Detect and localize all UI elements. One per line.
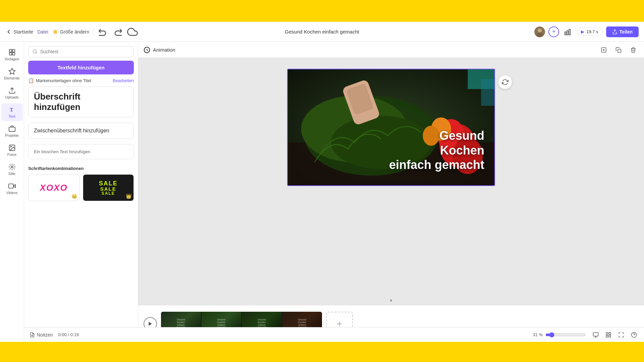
sidebar-item-stile[interactable]: Stile	[1, 161, 23, 178]
delete-button[interactable]	[628, 45, 639, 55]
bearbeiten-link[interactable]: Bearbeiten	[113, 78, 134, 83]
sidebar-item-vorlagen[interactable]: Vorlagen	[1, 46, 23, 64]
copy-icon	[615, 47, 622, 53]
svg-rect-7	[12, 50, 14, 52]
font-combo-xoxo[interactable]: XOXO 👑	[28, 174, 79, 201]
bottom-bar: Notizen 0:00 / 0:19 31 %	[24, 327, 644, 342]
brand-label: Markenunterlagen ohne Titel	[36, 78, 91, 83]
svg-rect-8	[9, 53, 11, 55]
text-body-item[interactable]: Ein bisschen Text hinzufügen	[28, 144, 134, 159]
brand-icon: 📋	[28, 78, 34, 83]
uploads-icon	[8, 87, 16, 94]
font-combos-container: XOXO 👑 SALE SALE SALE 👑	[28, 174, 134, 201]
redo-button[interactable]	[112, 26, 123, 37]
elemente-label: Elemente	[4, 76, 19, 80]
resize-label: Größe ändern	[60, 29, 89, 35]
uploads-label: Uploads	[5, 95, 18, 99]
analytics-button[interactable]	[562, 26, 573, 37]
text-icon: T	[8, 106, 16, 113]
sidebar-item-uploads[interactable]: Uploads	[1, 84, 23, 102]
sun-icon: ☀️	[52, 29, 58, 35]
projekte-icon	[8, 125, 16, 132]
help-icon	[631, 332, 637, 338]
sidebar-item-projekte[interactable]: Projekte	[1, 122, 23, 140]
animation-icon	[144, 47, 150, 53]
animation-bar-right	[598, 45, 639, 55]
separator-1	[93, 28, 94, 36]
back-icon	[5, 28, 12, 35]
videos-icon	[8, 182, 16, 190]
crown-icon-2: 👑	[126, 193, 131, 199]
canvas-frame[interactable]: Gesund Kochen einfach gemacht	[287, 69, 495, 186]
play-time-button[interactable]: ▶ 19.7 s	[577, 27, 602, 36]
svg-rect-3	[565, 32, 566, 35]
delete-icon	[630, 47, 636, 53]
search-input[interactable]	[40, 49, 129, 54]
font-combo-sale[interactable]: SALE SALE SALE 👑	[83, 174, 134, 201]
copy-button[interactable]	[613, 45, 624, 55]
sidebar-item-elemente[interactable]: Elemente	[1, 65, 23, 83]
sidebar-item-text[interactable]: T Text	[1, 103, 23, 121]
play-icon	[148, 321, 153, 326]
zoom-percent: 31 %	[533, 332, 543, 337]
add-media-icon	[601, 47, 607, 53]
main-layout: Vorlagen Elemente Uploads T Text Projekt…	[0, 42, 644, 342]
add-person-button[interactable]: +	[548, 26, 559, 37]
play-icon: ▶	[581, 29, 584, 34]
elemente-icon	[8, 68, 16, 75]
search-bar[interactable]	[28, 46, 134, 57]
xoxo-text: XOXO	[40, 183, 68, 193]
toolbar: Startseite Datei ☀️ Größe ändern Gesund …	[0, 22, 644, 42]
zoom-controls: 31 %	[533, 332, 586, 338]
svg-rect-35	[481, 79, 494, 106]
font-combos-title: Schriftartenkombinationen	[28, 166, 134, 171]
notizen-icon	[30, 332, 35, 338]
svg-rect-5	[569, 29, 571, 35]
share-label: Teilen	[620, 29, 633, 35]
animation-label: Animation	[153, 47, 175, 53]
add-media-button[interactable]	[598, 45, 609, 55]
chart-icon	[564, 28, 572, 36]
avatar[interactable]	[534, 26, 545, 37]
sale-stack: SALE SALE SALE	[99, 180, 118, 195]
text-heading-item[interactable]: Überschrifthinzufügen	[28, 86, 134, 117]
text-subheading-item[interactable]: Zwischenüberschrift hinzufügen	[28, 123, 134, 139]
sidebar-item-fotos[interactable]: Fotos	[1, 141, 23, 159]
brand-row: 📋 Markenunterlagen ohne Titel Bearbeiten	[28, 78, 134, 83]
grid-view-button[interactable]	[604, 330, 613, 340]
sidebar-icons: Vorlagen Elemente Uploads T Text Projekt…	[0, 42, 24, 342]
refresh-button[interactable]	[498, 75, 512, 89]
svg-text:T: T	[9, 107, 13, 113]
video-overlay-text: Gesund Kochen einfach gemacht	[389, 128, 484, 172]
svg-point-15	[11, 166, 13, 168]
video-text-line1: Gesund	[389, 128, 484, 143]
time-display: 0:00 / 0:19	[58, 332, 78, 337]
undo-button[interactable]	[98, 26, 108, 37]
fullscreen-icon	[618, 332, 624, 338]
project-title[interactable]: Gesund Kochen einfach gemacht	[285, 29, 359, 35]
collapse-arrow-down[interactable]: ▼	[389, 298, 393, 303]
sidebar-item-videos[interactable]: Videos	[1, 180, 23, 197]
help-button[interactable]	[629, 330, 639, 340]
redo-icon	[112, 26, 123, 37]
cloud-save-button[interactable]	[127, 26, 138, 37]
resize-button[interactable]: ☀️ Größe ändern	[52, 29, 89, 35]
share-button[interactable]: Teilen	[606, 26, 639, 37]
notizen-button[interactable]: Notizen	[30, 332, 53, 338]
add-text-button[interactable]: Textfeld hinzufügen	[28, 61, 134, 74]
datei-menu[interactable]: Datei	[37, 29, 48, 35]
grid-icon	[605, 332, 611, 338]
back-button[interactable]: Startseite	[5, 28, 33, 35]
projekte-label: Projekte	[5, 133, 18, 137]
startseite-link[interactable]: Startseite	[13, 29, 33, 35]
fullscreen-button[interactable]	[616, 330, 626, 340]
bottom-icons	[591, 330, 639, 340]
left-panel: Textfeld hinzufügen 📋 Markenunterlagen o…	[24, 42, 138, 342]
vorlagen-icon	[8, 49, 16, 56]
desktop-view-button[interactable]	[591, 330, 600, 340]
svg-point-14	[10, 146, 11, 147]
body-text: Ein bisschen Text hinzufügen	[34, 149, 128, 154]
svg-rect-39	[593, 333, 598, 336]
zoom-slider[interactable]	[545, 332, 586, 338]
videos-label: Videos	[6, 191, 17, 195]
